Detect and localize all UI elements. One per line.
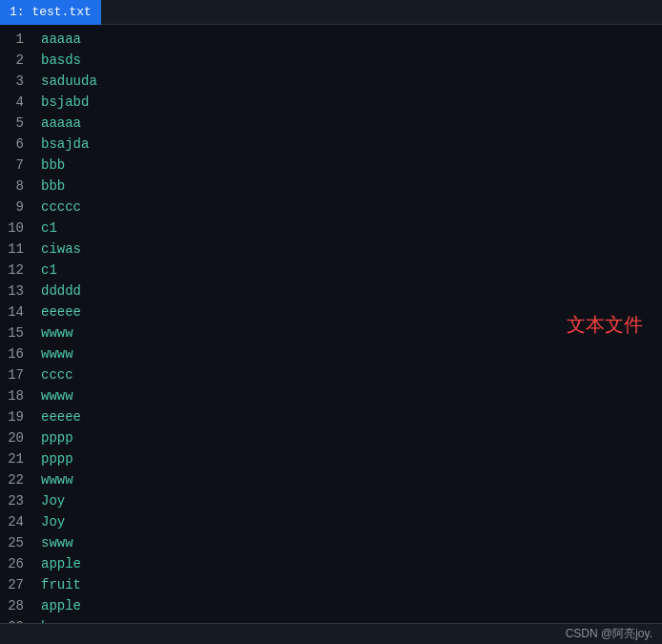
line-number: 16 <box>0 343 30 364</box>
code-line: bbb <box>41 176 654 197</box>
code-line: pppp <box>41 448 654 469</box>
code-line: cccc <box>41 364 654 385</box>
code-line: ciwas <box>41 239 654 260</box>
line-text: wwww <box>41 343 73 364</box>
tab-label: 1: test.txt <box>10 5 92 19</box>
line-text: bsajda <box>41 134 89 155</box>
tab-item[interactable]: 1: test.txt <box>0 0 101 25</box>
line-number: 10 <box>0 218 30 239</box>
code-line: bsajda <box>41 134 654 155</box>
code-line: bbb <box>41 155 654 176</box>
line-text: ccccc <box>41 197 81 218</box>
line-text: c1 <box>41 260 57 280</box>
line-number: 14 <box>0 301 30 322</box>
editor-container: 1: test.txt 1234567891011121314151617181… <box>0 0 662 644</box>
code-line: bsjabd <box>41 92 654 113</box>
line-number: 26 <box>0 553 30 574</box>
line-number: 22 <box>0 469 30 490</box>
line-number: 19 <box>0 406 30 427</box>
line-text: bsjabd <box>41 92 89 113</box>
content-area: 1234567891011121314151617181920212223242… <box>0 25 662 623</box>
line-text: swww <box>41 532 73 553</box>
line-number: 25 <box>0 532 30 553</box>
code-content[interactable]: aaaaabasdssaduudabsjabdaaaaabsajdabbbbbb… <box>33 25 662 623</box>
code-line: ddddd <box>41 280 654 301</box>
line-text: basds <box>41 50 81 71</box>
line-text: Joy <box>41 511 65 532</box>
line-number: 12 <box>0 260 30 280</box>
code-line: aaaaa <box>41 29 654 50</box>
code-line: apple <box>41 553 654 574</box>
tab-bar: 1: test.txt <box>0 0 662 25</box>
line-number: 8 <box>0 176 30 197</box>
line-text: wwww <box>41 469 73 490</box>
line-number: 24 <box>0 511 30 532</box>
code-line: ccccc <box>41 197 654 218</box>
line-number: 2 <box>0 50 30 71</box>
code-line: eeeee <box>41 301 654 322</box>
line-text: ddddd <box>41 280 81 301</box>
line-number: 29 <box>0 616 30 623</box>
code-line: swww <box>41 532 654 553</box>
csdn-credit: CSDN @阿亮joy. <box>566 626 652 642</box>
line-text: pppp <box>41 427 73 448</box>
line-number: 17 <box>0 364 30 385</box>
line-number: 20 <box>0 427 30 448</box>
line-number: 6 <box>0 134 30 155</box>
line-number: 5 <box>0 113 30 134</box>
line-number: 9 <box>0 197 30 218</box>
line-text: aaaaa <box>41 29 81 50</box>
status-bar: CSDN @阿亮joy. <box>0 623 662 644</box>
code-line: wwww <box>41 469 654 490</box>
line-number: 7 <box>0 155 30 176</box>
line-text: banana <box>41 616 89 623</box>
code-line: wwww <box>41 385 654 406</box>
line-text: pppp <box>41 448 73 469</box>
line-text: fruit <box>41 574 81 595</box>
code-line: Joy <box>41 490 654 511</box>
code-line: banana <box>41 616 654 623</box>
line-number: 3 <box>0 71 30 92</box>
code-line: basds <box>41 50 654 71</box>
code-line: apple <box>41 595 654 616</box>
line-text: saduuda <box>41 71 97 92</box>
code-line: wwww <box>41 343 654 364</box>
line-text: Joy <box>41 490 65 511</box>
line-text: eeeee <box>41 301 81 322</box>
line-text: ciwas <box>41 239 81 260</box>
line-number: 21 <box>0 448 30 469</box>
line-text: bbb <box>41 155 65 176</box>
line-number: 13 <box>0 280 30 301</box>
code-line: aaaaa <box>41 113 654 134</box>
line-number: 27 <box>0 574 30 595</box>
line-text: aaaaa <box>41 113 81 134</box>
line-number: 23 <box>0 490 30 511</box>
line-number: 4 <box>0 92 30 113</box>
code-line: wwww <box>41 322 654 343</box>
code-line: saduuda <box>41 71 654 92</box>
code-line: c1 <box>41 260 654 280</box>
code-line: Joy <box>41 511 654 532</box>
line-number: 18 <box>0 385 30 406</box>
line-text: wwww <box>41 385 73 406</box>
line-text: c1 <box>41 218 57 239</box>
line-text: eeeee <box>41 406 81 427</box>
line-numbers: 1234567891011121314151617181920212223242… <box>0 25 33 623</box>
line-text: apple <box>41 553 81 574</box>
line-number: 28 <box>0 595 30 616</box>
code-line: c1 <box>41 218 654 239</box>
line-number: 15 <box>0 322 30 343</box>
code-line: eeeee <box>41 406 654 427</box>
line-text: cccc <box>41 364 73 385</box>
code-line: fruit <box>41 574 654 595</box>
code-line: pppp <box>41 427 654 448</box>
line-text: apple <box>41 595 81 616</box>
line-text: bbb <box>41 176 65 197</box>
line-text: wwww <box>41 322 73 343</box>
line-number: 1 <box>0 29 30 50</box>
line-number: 11 <box>0 239 30 260</box>
